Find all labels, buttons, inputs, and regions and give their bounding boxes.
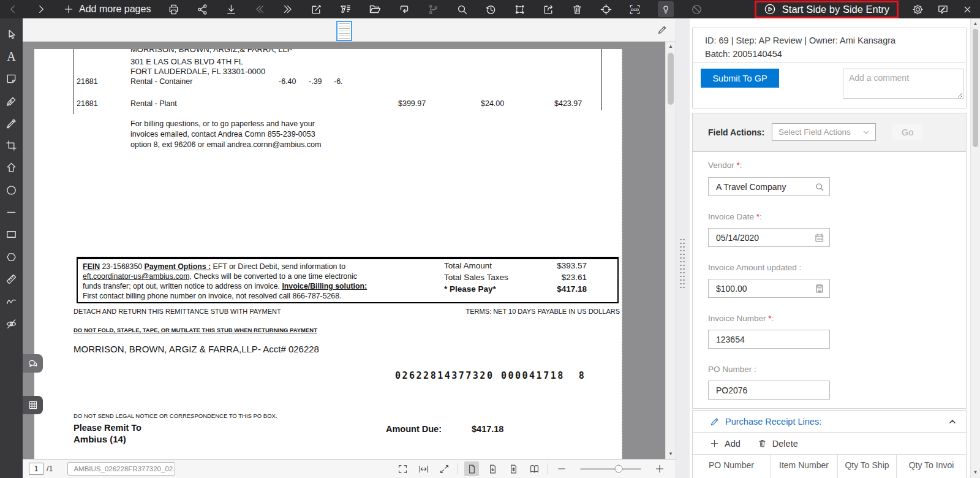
double-chevron-left-icon[interactable] (254, 4, 265, 15)
print-icon[interactable] (168, 4, 179, 15)
select-objects-icon[interactable] (514, 4, 526, 15)
share-icon[interactable] (197, 4, 208, 15)
pen-tool-icon[interactable] (0, 90, 23, 112)
purchase-receipt-lines-title: Purchase Receipt Lines: (725, 417, 821, 427)
workflow-branch-icon[interactable] (428, 4, 439, 15)
invoice-date-input[interactable]: 05/14/2020 (708, 228, 830, 247)
please-pay-value: $417.18 (557, 284, 587, 294)
payee-city: FORT LAUDERDALE, FL 33301-0000 (130, 67, 265, 76)
edit-icon[interactable] (311, 4, 322, 15)
invoice-amount-input[interactable]: $100.00 (708, 279, 830, 298)
hide-annotations-icon[interactable] (0, 313, 23, 335)
total-value: $393.57 (557, 261, 587, 270)
start-side-by-side-entry-button[interactable]: Start Side by Side Entry (755, 1, 899, 18)
zoom-in-icon[interactable] (652, 461, 667, 476)
page-number-input[interactable] (29, 463, 43, 475)
filename-field[interactable]: AMBIUS_026228FR377320_02... (67, 462, 175, 476)
single-page-view-icon[interactable] (464, 461, 479, 476)
calendar-icon[interactable] (815, 233, 824, 243)
invoice-number-input[interactable]: 123654 (708, 330, 830, 349)
scroll-view-icon[interactable] (506, 461, 521, 476)
block-icon[interactable] (691, 4, 703, 15)
double-chevron-right-icon[interactable] (282, 4, 293, 15)
continuous-view-icon[interactable] (485, 461, 500, 476)
export-icon[interactable] (543, 4, 554, 15)
history-icon[interactable] (485, 4, 497, 15)
page-thumbnail[interactable] (336, 21, 352, 41)
highlighter-tool-icon[interactable] (0, 112, 23, 134)
fullscreen-icon[interactable] (395, 461, 410, 476)
field-actions-select[interactable]: Select Field Actions (772, 123, 876, 141)
cursor-tool-icon[interactable] (0, 23, 23, 45)
invoice-amount-value: $100.00 (716, 284, 747, 294)
feedback-icon[interactable] (937, 4, 949, 15)
polygon-tool-icon[interactable] (0, 246, 23, 268)
crosshair-icon[interactable] (600, 4, 612, 15)
chevron-left-icon[interactable] (7, 4, 18, 15)
grid-view-tab-button[interactable] (23, 396, 43, 414)
book-view-icon[interactable] (527, 461, 541, 476)
plus-icon (710, 439, 719, 448)
download-icon[interactable] (225, 4, 237, 15)
ruler-tool-icon[interactable] (0, 268, 23, 290)
zoom-slider-knob[interactable] (615, 465, 623, 473)
scroll-up-arrow[interactable]: ▲ (971, 20, 980, 28)
column-header: Qty To Invoi (897, 455, 966, 478)
splitter-drag-handle[interactable] (679, 238, 686, 289)
search-icon[interactable] (456, 4, 468, 15)
arrow-stamp-tool-icon[interactable] (0, 157, 23, 179)
settings-gear-icon[interactable] (912, 4, 924, 15)
chevron-right-icon[interactable] (36, 4, 47, 15)
add-line-button[interactable]: Add (710, 439, 741, 449)
total-label: Total Amount (444, 261, 492, 270)
invoice-date-label: Invoice Date *: (708, 212, 762, 221)
detach-line: DETACH AND RETURN THIS REMITTANCE STUB W… (74, 308, 281, 315)
idea-bulb-icon[interactable] (658, 1, 674, 17)
column-header: Item Number (771, 455, 838, 478)
ellipse-tool-icon[interactable] (0, 179, 23, 201)
fit-width-icon[interactable] (416, 461, 431, 476)
close-icon[interactable] (962, 4, 973, 15)
comment-input[interactable] (843, 69, 963, 99)
invoice-date-value: 05/14/2020 (716, 233, 759, 243)
scroll-down-arrow[interactable]: ▼ (666, 450, 676, 458)
delete-line-button[interactable]: Delete (758, 439, 798, 449)
strip-pencil-icon[interactable] (657, 25, 668, 35)
barcode-scan-icon[interactable] (339, 3, 352, 15)
calculator-icon[interactable] (815, 284, 824, 294)
scroll-up-arrow[interactable]: ▲ (666, 43, 676, 50)
rectangle-tool-icon[interactable] (0, 224, 23, 246)
freehand-tool-icon[interactable] (0, 290, 23, 313)
crop-tool-icon[interactable] (0, 134, 23, 156)
batch-info-line: Batch: 2005140454 (705, 47, 954, 61)
toolbar-divider (458, 463, 458, 474)
text-tool-icon[interactable]: A (0, 45, 23, 67)
open-folder-icon[interactable] (369, 3, 381, 15)
field-actions-label: Field Actions: (708, 127, 764, 137)
note-tool-icon[interactable] (0, 68, 23, 90)
panel-splitter[interactable] (676, 18, 690, 478)
scrollbar-thumb[interactable] (668, 53, 674, 105)
chat-tab-button[interactable] (23, 354, 43, 373)
ocr-icon[interactable] (629, 4, 641, 15)
zoom-out-icon[interactable] (554, 461, 569, 476)
submit-to-gp-button[interactable]: Submit To GP (701, 69, 779, 88)
scroll-down-arrow[interactable]: ▼ (971, 469, 980, 476)
fit-page-icon[interactable] (437, 461, 451, 476)
column-header: Qty To Ship (838, 455, 897, 478)
collapse-chevron-up-icon[interactable] (948, 417, 957, 427)
payment-line: First contact billing phone number on in… (83, 291, 341, 301)
search-icon[interactable] (815, 182, 824, 192)
index-fields-box: Vendor *: A Travel Company Invoice Date … (692, 151, 967, 409)
payment-line: funds transfer; opt out, written notice … (83, 281, 367, 291)
line-tool-icon[interactable] (0, 201, 23, 223)
delete-icon[interactable] (571, 4, 583, 15)
add-more-pages-button[interactable]: Add more pages (64, 4, 151, 15)
rotate-page-icon[interactable] (398, 3, 410, 15)
remit-label: Please Remit To (74, 423, 141, 433)
vendor-input[interactable]: A Travel Company (708, 177, 830, 196)
scrollbar-thumb[interactable] (973, 29, 978, 147)
go-button[interactable]: Go (892, 124, 923, 140)
zoom-slider[interactable] (580, 468, 641, 470)
po-number-input[interactable]: PO2076 (708, 381, 830, 400)
